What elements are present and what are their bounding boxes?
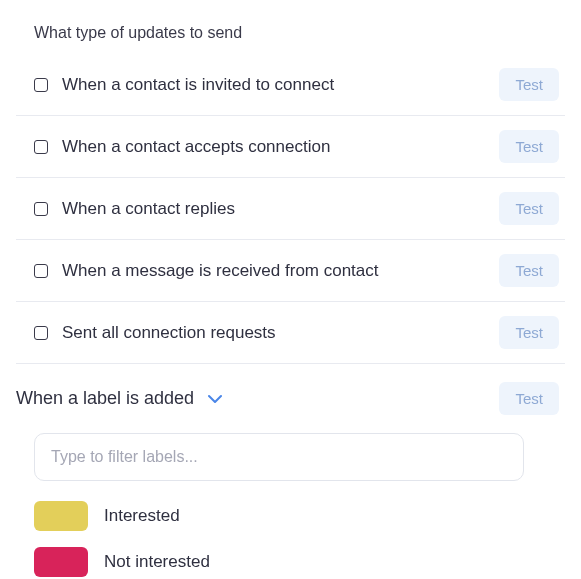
test-button-label-added[interactable]: Test [499,382,559,415]
update-row-replies: When a contact replies Test [16,178,565,240]
test-button[interactable]: Test [499,254,559,287]
label-item-interested[interactable]: Interested [34,501,565,531]
checkbox-message-received[interactable] [34,264,48,278]
label-added-row: When a label is added Test [16,364,565,427]
update-row-accepts: When a contact accepts connection Test [16,116,565,178]
caret-down-icon[interactable] [208,394,222,404]
checkbox-sent-all[interactable] [34,326,48,340]
swatch-not-interested [34,547,88,577]
update-row-sent-all: Sent all connection requests Test [16,302,565,364]
update-label: When a contact is invited to connect [62,75,499,95]
label-item-not-interested[interactable]: Not interested [34,547,565,577]
checkbox-invited[interactable] [34,78,48,92]
test-button[interactable]: Test [499,130,559,163]
test-button[interactable]: Test [499,316,559,349]
checkbox-replies[interactable] [34,202,48,216]
checkbox-accepts[interactable] [34,140,48,154]
update-label: When a message is received from contact [62,261,499,281]
section-title: What type of updates to send [34,24,565,42]
label-name: Not interested [104,552,210,572]
update-list: When a contact is invited to connect Tes… [16,54,565,364]
update-label: Sent all connection requests [62,323,499,343]
filter-labels-input[interactable] [34,433,524,481]
test-button[interactable]: Test [499,68,559,101]
swatch-interested [34,501,88,531]
update-label: When a contact accepts connection [62,137,499,157]
update-row-message-received: When a message is received from contact … [16,240,565,302]
labels-list: Interested Not interested Won [34,501,565,579]
update-row-invited: When a contact is invited to connect Tes… [16,54,565,116]
label-added-text: When a label is added [16,388,194,409]
label-name: Interested [104,506,180,526]
test-button[interactable]: Test [499,192,559,225]
update-label: When a contact replies [62,199,499,219]
